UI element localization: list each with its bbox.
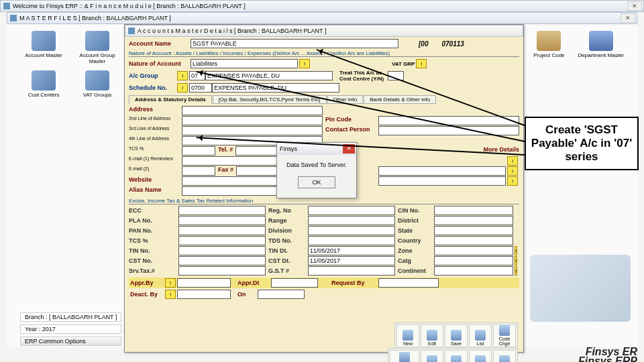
catg-input[interactable] (434, 256, 513, 265)
vat-grp-lookup-button[interactable]: ! (416, 59, 427, 68)
action-toolbar-2: Change Account Grp Merge Delete View Can… (388, 348, 518, 362)
zone-lookup-button[interactable]: ! (515, 246, 517, 255)
srvtax-input[interactable] (178, 266, 266, 276)
deact-by-label: Deact. By (130, 291, 164, 298)
details-title-bar: A c c o u n t s M a s t e r D e t a i l … (125, 25, 523, 37)
cst-input[interactable] (178, 256, 266, 265)
tcs-input[interactable] (182, 146, 215, 156)
code-change-button[interactable]: Code Chge (493, 324, 516, 347)
save-button[interactable]: Save (445, 324, 468, 347)
note-icon (537, 31, 561, 51)
view-button[interactable]: View (469, 350, 492, 362)
schedule-lookup-button[interactable]: ! (177, 83, 188, 93)
tcs2-input[interactable] (178, 236, 266, 245)
ac-group-lookup-button[interactable]: ! (177, 71, 188, 80)
request-by-input[interactable] (378, 278, 439, 288)
edit-button[interactable]: Edit (421, 324, 443, 347)
project-code-icon[interactable]: Project Code (533, 31, 564, 58)
close-icon[interactable]: ✕ (627, 1, 642, 11)
addr2-label: 2nd Line of Address (129, 116, 179, 125)
type-lookup-button[interactable]: ! (507, 166, 518, 176)
list-button[interactable]: List (469, 324, 492, 347)
account-name-input[interactable] (191, 39, 398, 48)
deact-by-input[interactable] (177, 290, 231, 299)
division-label: Division (268, 226, 305, 235)
erp-common-options-button[interactable]: ERP Common Options (20, 337, 121, 346)
department-master-icon[interactable]: Department Master (578, 31, 624, 58)
addr3-label: 3rd Line of Address (129, 126, 179, 135)
vat-groups-icon[interactable]: VAT Groups (74, 70, 121, 107)
pan-input[interactable] (178, 226, 266, 235)
catg-lookup-button[interactable]: ! (515, 256, 517, 265)
country-label: Country (398, 236, 431, 245)
email2-label: E-mail (2) (129, 166, 179, 176)
continent-lookup-button[interactable]: ! (515, 266, 517, 276)
tab-bank-details[interactable]: Bank Details & Other Info (364, 95, 436, 104)
continent-input[interactable] (434, 266, 513, 276)
pla-label: PLA No. (129, 216, 176, 225)
zone-input[interactable] (434, 246, 513, 255)
merge-button[interactable]: Merge (421, 350, 443, 362)
ok-button[interactable]: OK (298, 176, 335, 188)
zone-label: Zone (398, 246, 431, 255)
appr-by-button[interactable]: ! (165, 278, 176, 288)
cst-label: CST No. (129, 256, 176, 265)
window-icon (10, 15, 17, 21)
vat-grp-label: VAT GRP (392, 61, 415, 67)
district-input[interactable] (434, 216, 513, 225)
appr-dt-input[interactable] (271, 278, 318, 288)
range-input[interactable] (308, 216, 395, 225)
regno-label: Reg. No (268, 206, 305, 215)
branch-label: Branch : [ BALLABGARH PLANT ] (20, 312, 121, 322)
close-icon[interactable]: ✕ (621, 13, 635, 23)
year-label: Year : 2017 (20, 324, 121, 334)
tab-address-statutory[interactable]: Address & Statutory Details (129, 95, 212, 104)
transport-lookup-button[interactable]: ! (507, 176, 518, 186)
division-input[interactable] (308, 226, 395, 235)
nature-lookup-button[interactable]: ! (299, 59, 310, 68)
account-group-master-icon[interactable]: Account Group Master (74, 31, 121, 68)
ac-group-desc-input[interactable] (205, 71, 333, 80)
address-label: Address (129, 106, 179, 115)
address-input-3[interactable] (182, 126, 323, 135)
state-input[interactable] (434, 226, 513, 235)
more-details-button[interactable]: ! (507, 156, 518, 166)
type-input[interactable] (378, 166, 506, 176)
window-icon (3, 3, 10, 9)
cancel-icon (499, 355, 510, 362)
details-title: A c c o u n t s M a s t e r D e t a i l … (138, 27, 326, 34)
addr4-label: 4th Line of Address (129, 136, 179, 145)
nature-input[interactable] (191, 59, 298, 68)
address-input-1[interactable] (182, 106, 323, 115)
alias-label: Alias Name (129, 186, 179, 196)
ecc-input[interactable] (178, 206, 266, 215)
schedule-code-input[interactable] (189, 83, 212, 93)
regno-input[interactable] (308, 206, 395, 215)
email2-input[interactable] (182, 166, 215, 176)
change-account-grp-button[interactable]: Change Account Grp (390, 350, 419, 362)
pin-input[interactable] (378, 116, 519, 125)
cstdt-input[interactable] (308, 256, 395, 265)
appr-by-input[interactable] (177, 278, 231, 288)
callout-text: Create 'SGST Payable' A/c in '07' series (529, 123, 635, 164)
pla-input[interactable] (178, 216, 266, 225)
icon-label: Account Master (25, 52, 62, 58)
cost-centers-icon[interactable]: Cost Centers (20, 70, 67, 107)
deact-by-button[interactable]: ! (165, 290, 176, 299)
cancel-button[interactable]: Cancel (493, 350, 516, 362)
on-input[interactable] (258, 290, 305, 299)
delete-button[interactable]: Delete (445, 350, 468, 362)
cin-input[interactable] (434, 206, 513, 215)
contact-input[interactable] (378, 126, 519, 135)
new-button[interactable]: New (396, 324, 419, 347)
account-master-icon[interactable]: Account Master (20, 31, 67, 68)
country-input[interactable] (434, 236, 513, 245)
master-title: M A S T E R F I L E S [ Branch : BALLABG… (19, 15, 171, 21)
tin-input[interactable] (178, 246, 266, 255)
text-icon (589, 31, 613, 51)
transport-input[interactable] (378, 176, 506, 186)
tds-input[interactable] (308, 236, 395, 245)
tindt-input[interactable] (308, 246, 395, 255)
gst-input[interactable] (308, 266, 395, 276)
address-input-2[interactable] (182, 116, 323, 125)
